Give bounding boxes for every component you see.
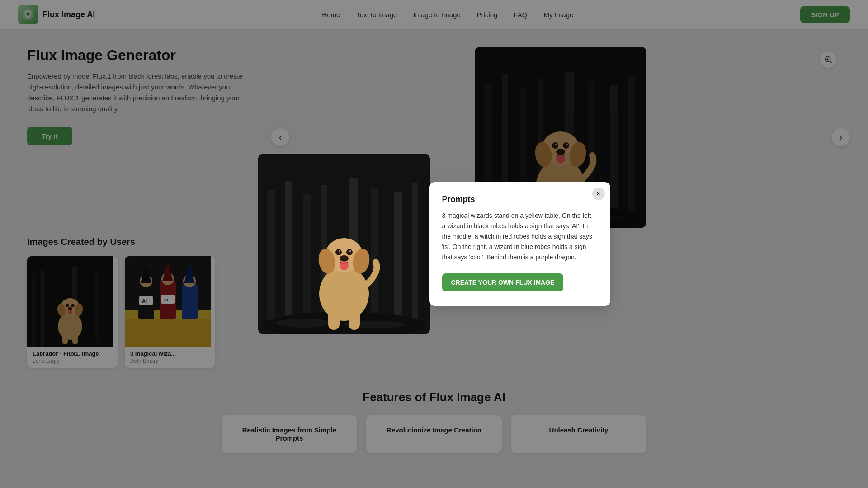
modal-overlay[interactable]: × Prompts 3 magical wizards stand on a y… [0, 0, 868, 488]
svg-point-80 [339, 250, 340, 252]
modal-image [258, 154, 430, 334]
svg-rect-68 [371, 188, 378, 323]
modal-title: Prompts [442, 195, 598, 204]
modal-prompt-text: 3 magical wizards stand on a yellow tabl… [442, 211, 598, 263]
svg-rect-70 [412, 183, 418, 325]
svg-point-82 [340, 255, 349, 262]
svg-rect-69 [394, 192, 402, 325]
svg-rect-63 [267, 190, 275, 325]
svg-point-81 [349, 250, 351, 252]
modal-cta-button[interactable]: CREATE YOUR OWN FLUX IMAGE [442, 273, 564, 291]
svg-point-78 [335, 249, 342, 255]
svg-point-72 [276, 319, 330, 328]
svg-rect-84 [328, 307, 340, 330]
modal-panel: × Prompts 3 magical wizards stand on a y… [429, 182, 610, 306]
svg-point-83 [340, 261, 349, 270]
svg-rect-65 [303, 194, 311, 325]
svg-rect-85 [349, 307, 360, 330]
svg-point-74 [319, 267, 369, 321]
svg-rect-64 [285, 181, 292, 325]
svg-point-79 [346, 249, 353, 255]
modal-close-button[interactable]: × [592, 188, 605, 200]
